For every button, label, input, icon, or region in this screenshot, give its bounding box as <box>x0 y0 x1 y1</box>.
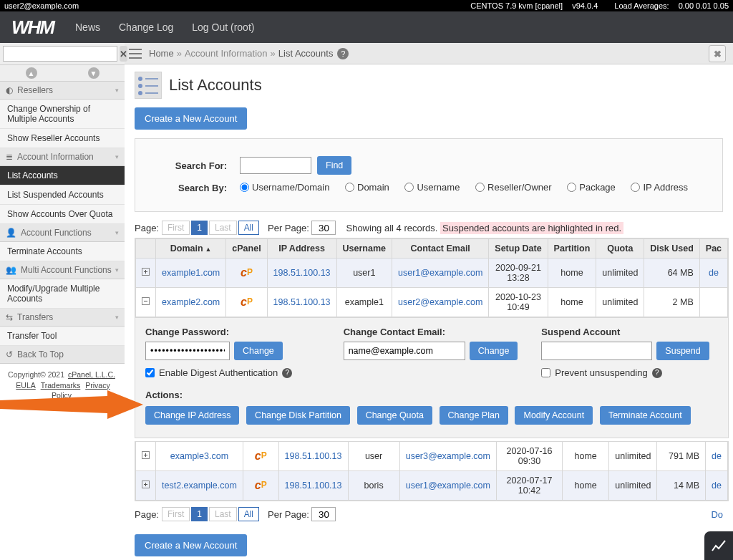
email-link[interactable]: user3@example.com <box>406 451 490 461</box>
status-bar: user2@example.com CENTOS 7.9 kvm [cpanel… <box>0 0 733 11</box>
sidebar-item-over-quota[interactable]: Show Accounts Over Quota <box>0 205 125 224</box>
domain-link[interactable]: example3.com <box>170 451 228 461</box>
sidebar-search-clear[interactable]: ✕ <box>120 46 127 62</box>
link-trademarks[interactable]: Trademarks <box>41 381 81 390</box>
sidebar-item-change-ownership[interactable]: Change Ownership of Multiple Accounts <box>0 100 125 129</box>
action-modify-account[interactable]: Modify Account <box>515 406 593 425</box>
domain-link[interactable]: test2.example.com <box>162 481 237 491</box>
sidebar-item-transfer-tool[interactable]: Transfer Tool <box>0 327 125 346</box>
crumb-home[interactable]: Home <box>149 48 174 59</box>
table-row: example2.com c 198.51.100.13 example1 us… <box>136 288 728 317</box>
radio-username[interactable] <box>404 183 414 192</box>
pager-first[interactable]: First <box>162 507 190 521</box>
change-email-input[interactable] <box>344 342 465 360</box>
expand-toggle[interactable] <box>136 471 156 501</box>
action-change-partition[interactable]: Change Disk Partition <box>246 406 350 425</box>
radio-package[interactable] <box>567 183 576 192</box>
search-for-input[interactable] <box>240 157 311 174</box>
sidebar-item-show-reseller[interactable]: Show Reseller Accounts <box>0 129 125 148</box>
cpanel-icon[interactable]: c <box>255 450 267 462</box>
pager-last[interactable]: Last <box>209 221 237 235</box>
nav-logout[interactable]: Log Out (root) <box>192 21 254 33</box>
pager-first[interactable]: First <box>162 221 190 235</box>
sidebar-section-transfers[interactable]: ⇆Transfers▾ <box>0 309 125 327</box>
col-domain[interactable]: Domain▲ <box>156 239 226 259</box>
pager-1[interactable]: 1 <box>191 507 208 521</box>
col-package[interactable]: Pac <box>699 239 727 259</box>
ip-link[interactable]: 198.51.100.13 <box>273 297 331 307</box>
change-password-input[interactable] <box>145 342 230 360</box>
create-account-button[interactable]: Create a New Account <box>135 107 247 130</box>
support-fab-button[interactable] <box>704 531 733 560</box>
sidebar-search-input[interactable] <box>3 46 117 62</box>
find-button[interactable]: Find <box>317 156 351 175</box>
col-setup[interactable]: Setup Date <box>489 239 548 259</box>
close-panel-button[interactable]: ✖ <box>709 45 726 62</box>
domain-link[interactable]: example1.com <box>162 268 220 278</box>
link-eula[interactable]: EULA <box>16 381 35 390</box>
radio-username-domain[interactable] <box>240 183 249 192</box>
email-link[interactable]: user1@example.com <box>398 268 482 278</box>
ip-link[interactable]: 198.51.100.13 <box>273 268 331 278</box>
change-password-button[interactable]: Change <box>234 342 283 360</box>
col-cpanel[interactable]: cPanel <box>226 239 267 259</box>
expand-toggle[interactable] <box>136 442 156 471</box>
domain-link[interactable]: example2.com <box>162 297 220 307</box>
sidebar-section-multi[interactable]: 👥Multi Account Functions▾ <box>0 261 125 279</box>
sidebar-item-terminate[interactable]: Terminate Accounts <box>0 242 125 261</box>
per-page-input[interactable] <box>311 507 336 521</box>
col-disk[interactable]: Disk Used <box>644 239 699 259</box>
sidebar-section-resellers[interactable]: ◐Resellers▾ <box>0 82 125 100</box>
sidebar-section-account-info[interactable]: ≣Account Information▾ <box>0 148 125 166</box>
action-change-ip[interactable]: Change IP Address <box>145 406 239 425</box>
sidebar-section-account-functions[interactable]: 👤Account Functions▾ <box>0 224 125 242</box>
nav-changelog[interactable]: Change Log <box>119 21 173 33</box>
col-partition[interactable]: Partition <box>548 239 596 259</box>
crumb-section[interactable]: Account Information <box>185 48 268 59</box>
cpanel-icon[interactable]: c <box>241 296 253 308</box>
pager-all[interactable]: All <box>238 221 259 235</box>
sidebar-back-to-top[interactable]: ↺Back To Top <box>0 346 125 364</box>
create-account-button[interactable]: Create a New Account <box>135 534 247 556</box>
action-terminate-account[interactable]: Terminate Account <box>600 406 691 425</box>
email-link[interactable]: user1@example.com <box>406 481 490 491</box>
suspend-reason-input[interactable] <box>541 342 652 360</box>
prevent-unsuspend-checkbox[interactable] <box>541 368 550 377</box>
action-change-quota[interactable]: Change Quota <box>357 406 432 425</box>
pager-last[interactable]: Last <box>209 507 237 521</box>
email-link[interactable]: user2@example.com <box>398 297 482 307</box>
help-icon[interactable]: ? <box>337 48 349 59</box>
radio-domain[interactable] <box>345 183 354 192</box>
col-username[interactable]: Username <box>336 239 392 259</box>
collapse-down-button[interactable]: ▼ <box>62 65 125 81</box>
help-icon[interactable]: ? <box>282 368 292 378</box>
digest-auth-checkbox[interactable] <box>145 368 155 377</box>
radio-ip[interactable] <box>631 183 640 192</box>
radio-reseller[interactable] <box>475 183 485 192</box>
expand-toggle[interactable] <box>136 259 156 288</box>
sidebar-item-list-accounts[interactable]: List Accounts <box>0 166 125 185</box>
sidebar-item-modify-multiple[interactable]: Modify/Upgrade Multiple Accounts <box>0 279 125 309</box>
suspend-button[interactable]: Suspend <box>656 342 709 360</box>
col-quota[interactable]: Quota <box>596 239 644 259</box>
do-link[interactable]: Do <box>711 509 723 520</box>
menu-icon[interactable] <box>129 49 142 59</box>
cpanel-icon[interactable]: c <box>241 266 253 279</box>
pager-1[interactable]: 1 <box>191 221 208 235</box>
whm-logo[interactable]: WHM <box>11 16 54 39</box>
ip-link[interactable]: 198.51.100.13 <box>285 481 342 491</box>
action-change-plan[interactable]: Change Plan <box>440 406 508 425</box>
nav-news[interactable]: News <box>75 21 100 33</box>
per-page-input[interactable] <box>311 221 336 235</box>
change-email-button[interactable]: Change <box>470 342 518 360</box>
link-cpanel[interactable]: cPanel, L.L.C. <box>68 370 115 379</box>
expand-toggle[interactable] <box>136 288 156 317</box>
col-ip[interactable]: IP Address <box>267 239 336 259</box>
ip-link[interactable]: 198.51.100.13 <box>285 451 342 461</box>
pager-all[interactable]: All <box>238 507 259 521</box>
cpanel-icon[interactable]: c <box>255 479 267 491</box>
sidebar-item-list-suspended[interactable]: List Suspended Accounts <box>0 185 125 205</box>
col-email[interactable]: Contact Email <box>392 239 489 259</box>
collapse-up-button[interactable]: ▲ <box>0 65 62 81</box>
help-icon[interactable]: ? <box>652 368 662 378</box>
